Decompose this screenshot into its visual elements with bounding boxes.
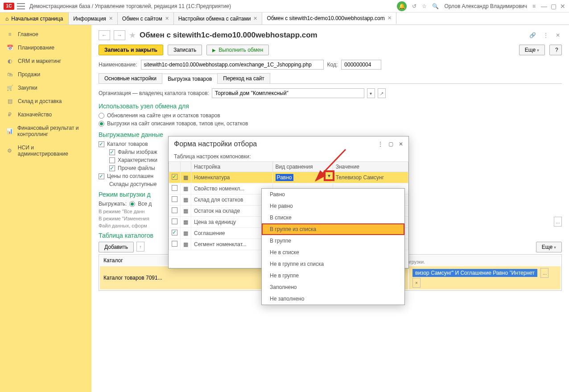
- settings-icon[interactable]: ≡: [532, 3, 536, 9]
- sidebar-item-4[interactable]: 🛒Закупки: [0, 81, 91, 95]
- favorite-icon[interactable]: ★: [129, 30, 136, 40]
- cb-other-files[interactable]: [109, 165, 115, 171]
- col-comparison[interactable]: Вид сравнения: [272, 162, 333, 172]
- tab-goto-site[interactable]: Переход на сайт: [217, 73, 270, 83]
- radio-update[interactable]: [99, 113, 104, 119]
- dropdown-item[interactable]: Не в группе из списка: [262, 258, 404, 270]
- dropdown-item[interactable]: Не равно: [262, 200, 404, 212]
- menu-icon[interactable]: [17, 3, 25, 9]
- clear-icon[interactable]: ×: [412, 278, 421, 288]
- radio-all-data[interactable]: [129, 201, 135, 207]
- filter-summary[interactable]: визор Самсунг" И Соглашение Равно "Интер…: [412, 269, 537, 277]
- close-tab-icon[interactable]: ✕: [109, 16, 113, 21]
- close-tab-icon[interactable]: ✕: [388, 15, 392, 21]
- catalog-cell[interactable]: Каталог товаров 7091...: [100, 266, 273, 289]
- tab-site[interactable]: Обмен с sitewith1c-demo10.000webhostapp.…: [262, 12, 396, 25]
- save-close-button[interactable]: Записать и закрыть: [99, 45, 163, 55]
- setting-cell[interactable]: Остаток на складе: [191, 206, 273, 217]
- back-button[interactable]: ←: [99, 30, 110, 40]
- link-icon[interactable]: 🔗: [528, 31, 538, 39]
- comparison-dropdown-icon[interactable]: ▾: [325, 171, 334, 180]
- close-icon[interactable]: ✕: [560, 3, 565, 10]
- minimize-icon[interactable]: —: [541, 3, 547, 10]
- sidebar-item-7[interactable]: 📊Финансовый результат и контроллинг: [0, 121, 91, 141]
- tab-settings[interactable]: Настройки обмена с сайтами✕: [174, 12, 263, 25]
- dropdown-item[interactable]: Не в группе: [262, 270, 404, 281]
- open-icon[interactable]: ↗: [378, 88, 386, 98]
- dropdown-icon[interactable]: ▾: [367, 88, 375, 98]
- sidebar-item-3[interactable]: 🛍Продажи: [0, 68, 91, 81]
- setting-cell[interactable]: Соглашение: [191, 228, 273, 239]
- sidebar-icon: 📅: [6, 45, 13, 51]
- forward-button[interactable]: →: [114, 30, 125, 40]
- filter-row[interactable]: ▦НоменклатураРавно▾Телевизор Самсунг: [169, 172, 408, 183]
- dropdown-item[interactable]: В группе: [262, 235, 404, 247]
- code-input[interactable]: [341, 60, 381, 70]
- radio-upload[interactable]: [99, 121, 104, 127]
- name-input[interactable]: [141, 60, 324, 70]
- bell-icon[interactable]: 🔔: [397, 1, 407, 11]
- comparison-value[interactable]: Равно: [276, 174, 293, 181]
- tab-info[interactable]: Информация✕: [69, 12, 117, 25]
- sidebar-item-2[interactable]: ◐CRM и маркетинг: [0, 54, 91, 68]
- more-icon[interactable]: ⋮: [541, 31, 550, 39]
- up-button[interactable]: ↑: [136, 242, 144, 252]
- row-checkbox[interactable]: [172, 219, 177, 224]
- setting-cell[interactable]: Цена за единицу: [191, 217, 273, 228]
- sidebar-item-1[interactable]: 📅Планирование: [0, 41, 91, 54]
- help-button[interactable]: ?: [549, 45, 562, 55]
- tab-goods-upload[interactable]: Выгрузка товаров: [162, 74, 218, 84]
- save-button[interactable]: Записать: [168, 45, 202, 55]
- sidebar-item-5[interactable]: ▤Склад и доставка: [0, 95, 91, 108]
- dropdown-item[interactable]: В группе из списка: [262, 223, 404, 235]
- tab-exchange[interactable]: Обмен с сайтом✕: [118, 12, 174, 25]
- row-checkbox[interactable]: [172, 230, 177, 235]
- row-checkbox[interactable]: [172, 196, 177, 202]
- cb-images[interactable]: [109, 149, 115, 155]
- col-value[interactable]: Значение: [333, 162, 408, 172]
- close-page-icon[interactable]: ✕: [554, 31, 562, 39]
- dialog-menu-icon[interactable]: ⋮: [378, 141, 383, 147]
- more-button-2[interactable]: Еще: [536, 242, 562, 252]
- row-checkbox[interactable]: [172, 185, 177, 191]
- dropdown-item[interactable]: Заполнено: [262, 281, 404, 293]
- username[interactable]: Орлов Александр Владимирович: [444, 3, 527, 9]
- add-button[interactable]: Добавить: [99, 242, 134, 252]
- value-cell[interactable]: Телевизор Самсунг: [333, 172, 408, 183]
- home-tab[interactable]: ⌂ Начальная страница: [0, 12, 69, 25]
- row-checkbox[interactable]: [172, 207, 177, 213]
- org-value[interactable]: Торговый дом "Комплексный": [212, 88, 364, 98]
- more-button[interactable]: Еще: [519, 45, 545, 55]
- setting-cell[interactable]: Номенклатура: [191, 172, 273, 183]
- cb-characteristics[interactable]: [109, 157, 115, 163]
- sidebar-label: CRM и маркетинг: [18, 58, 61, 64]
- sidebar-item-8[interactable]: ⚙НСИ и администрирование: [0, 141, 91, 161]
- ellipsis-icon[interactable]: …: [540, 268, 548, 278]
- sidebar-item-6[interactable]: ₽Казначейство: [0, 108, 91, 121]
- dropdown-item[interactable]: Равно: [262, 189, 404, 200]
- maximize-icon[interactable]: ▢: [551, 3, 557, 10]
- ellipsis-button[interactable]: …: [554, 217, 562, 227]
- tab-main-settings[interactable]: Основные настройки: [99, 73, 162, 83]
- cb-catalog[interactable]: [99, 141, 104, 147]
- close-tab-icon[interactable]: ✕: [253, 16, 257, 21]
- cb-prices[interactable]: [99, 173, 104, 179]
- dialog-close-icon[interactable]: ✕: [399, 141, 403, 147]
- dropdown-item[interactable]: Не заполнено: [262, 293, 404, 305]
- setting-cell[interactable]: Свойство номенкл...: [191, 183, 273, 194]
- col-setting[interactable]: Настройка: [191, 162, 273, 172]
- row-checkbox[interactable]: [172, 174, 177, 180]
- star-icon[interactable]: ☆: [422, 3, 427, 9]
- row-checkbox[interactable]: [172, 241, 177, 247]
- dialog-maximize-icon[interactable]: ▢: [388, 141, 393, 147]
- sidebar-item-0[interactable]: ≡Главное: [0, 28, 91, 41]
- dropdown-item[interactable]: В списке: [262, 212, 404, 223]
- dropdown-item[interactable]: Не в списке: [262, 247, 404, 258]
- stores-label: Склады доступные: [109, 181, 157, 187]
- setting-cell[interactable]: Склад для остатков: [191, 194, 273, 206]
- search-icon[interactable]: 🔍: [432, 3, 439, 9]
- setting-cell[interactable]: Сегмент номенклат...: [191, 239, 273, 250]
- execute-exchange-button[interactable]: Выполнить обмен: [206, 45, 269, 55]
- close-tab-icon[interactable]: ✕: [165, 16, 169, 21]
- history-icon[interactable]: ↺: [412, 3, 416, 9]
